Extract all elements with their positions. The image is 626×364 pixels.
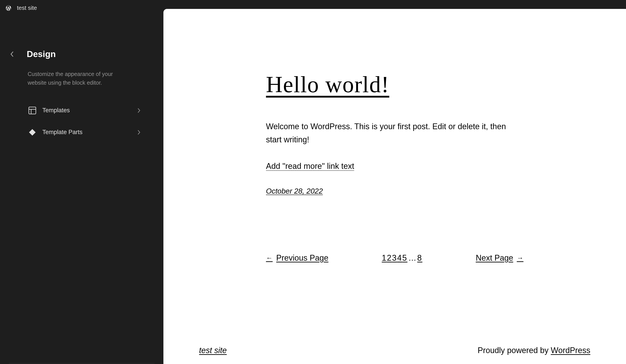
pagination: ← Previous Page 1 2 3 4 5 … 8 Next Page … [266,253,523,263]
pagination-prev[interactable]: ← Previous Page [266,253,328,263]
wordpress-logo-icon[interactable] [5,5,12,11]
wordpress-link[interactable]: WordPress [551,346,590,355]
sidebar-footer-divider [9,363,155,364]
svg-rect-3 [29,129,36,136]
nav-items: Templates Template Parts [28,103,155,140]
pagination-next[interactable]: Next Page → [476,253,523,263]
sidebar-nav-header: Design [9,49,155,59]
nav-item-label: Template Parts [42,129,131,136]
arrow-left-icon: ← [266,254,273,262]
post-date[interactable]: October 28, 2022 [266,187,323,195]
sidebar-content: Design Customize the appearance of your … [0,16,163,140]
layout-icon [28,106,37,115]
preview-footer: test site Proudly powered by WordPress [199,337,590,364]
page-number[interactable]: 4 [397,253,402,263]
diamond-icon [28,128,37,137]
site-name[interactable]: test site [17,4,37,11]
section-description: Customize the appearance of your website… [28,70,123,87]
footer-credit: Proudly powered by WordPress [477,346,590,355]
page-number[interactable]: 3 [392,253,397,263]
arrow-right-icon: → [517,254,523,262]
page-ellipsis: … [408,253,416,263]
nav-item-label: Templates [42,107,131,114]
chevron-right-icon [137,108,141,113]
sidebar: test site Design Customize the appearanc… [0,0,163,364]
section-title: Design [27,49,56,59]
next-label: Next Page [476,253,513,263]
nav-item-templates[interactable]: Templates [28,103,155,118]
prev-label: Previous Page [276,253,328,263]
page-number[interactable]: 2 [387,253,392,263]
svg-rect-0 [29,107,36,114]
preview-panel[interactable]: Hello world! Welcome to WordPress. This … [163,9,626,364]
page-number[interactable]: 1 [382,253,387,263]
credit-prefix: Proudly powered by [477,346,551,355]
page-number[interactable]: 8 [417,253,423,263]
back-chevron-icon[interactable] [10,52,14,56]
chevron-right-icon [137,130,141,135]
read-more-link[interactable]: Add "read more" link text [266,161,354,171]
footer-site-name[interactable]: test site [199,346,227,355]
nav-item-template-parts[interactable]: Template Parts [28,125,155,140]
pagination-numbers: 1 2 3 4 5 … 8 [382,253,422,263]
sidebar-header: test site [0,0,163,16]
post-content: Welcome to WordPress. This is your first… [266,120,523,146]
page-number[interactable]: 5 [402,253,408,263]
post-title[interactable]: Hello world! [266,71,523,98]
